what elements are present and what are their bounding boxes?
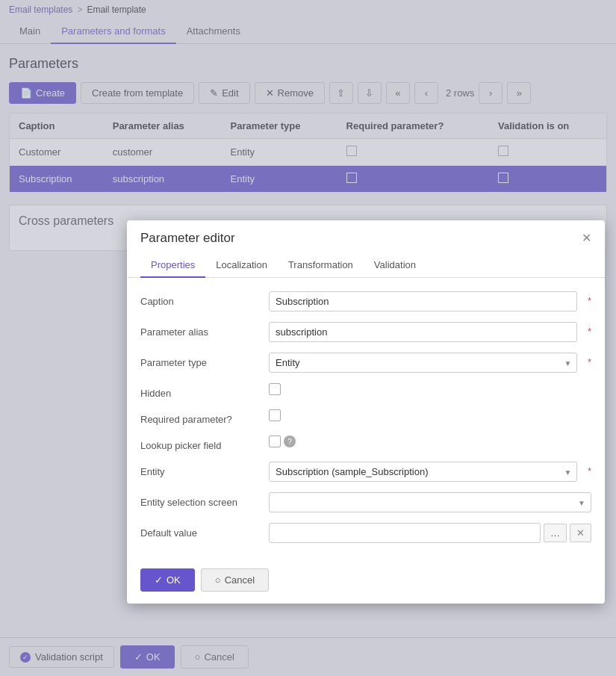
parameter-editor-modal: Parameter editor ✕ Properties Localizati…: [127, 220, 605, 604]
modal-close-button[interactable]: ✕: [582, 232, 591, 244]
modal-tab-validation[interactable]: Validation: [364, 253, 426, 278]
lookup-help-icon[interactable]: ?: [284, 435, 296, 447]
entity-select-wrap: Subscription (sample_Subscription) ▼: [269, 462, 577, 482]
entity-screen-select-wrap: ▼: [269, 492, 591, 512]
default-control: … ✕: [269, 523, 591, 543]
lookup-control: ?: [269, 435, 591, 447]
hidden-checkbox[interactable]: [269, 383, 281, 395]
type-required-star: *: [588, 353, 591, 368]
modal-header: Parameter editor ✕: [127, 220, 605, 246]
cancel-icon: ○: [215, 574, 221, 586]
entity-label: Entity: [140, 462, 260, 477]
alias-input[interactable]: [269, 322, 577, 342]
caption-input[interactable]: [269, 291, 577, 311]
form-row-type: Parameter type Entity String Integer Boo…: [140, 353, 591, 373]
type-select[interactable]: Entity String Integer Boolean Date: [269, 353, 577, 373]
modal-footer: ✓ OK ○ Cancel: [127, 561, 605, 604]
lookup-label: Lookup picker field: [140, 435, 260, 451]
default-clear-button[interactable]: ✕: [570, 524, 591, 542]
lookup-checkbox[interactable]: [269, 435, 281, 447]
default-dots-button[interactable]: …: [544, 524, 567, 542]
entity-screen-label: Entity selection screen: [140, 492, 260, 508]
default-label: Default value: [140, 523, 260, 539]
required-param-checkbox[interactable]: [269, 409, 281, 421]
form-row-lookup: Lookup picker field ?: [140, 435, 591, 451]
entity-control: Subscription (sample_Subscription) ▼: [269, 462, 577, 482]
form-row-required: Required parameter?: [140, 409, 591, 425]
type-select-wrap: Entity String Integer Boolean Date ▼: [269, 353, 577, 373]
modal-tab-transformation[interactable]: Transformation: [278, 253, 364, 278]
hidden-label: Hidden: [140, 383, 260, 399]
form-row-alias: Parameter alias *: [140, 322, 591, 342]
entity-select[interactable]: Subscription (sample_Subscription): [269, 462, 577, 482]
form-row-entity-screen: Entity selection screen ▼: [140, 492, 591, 512]
modal-cancel-button[interactable]: ○ Cancel: [201, 568, 269, 592]
modal-tab-localization[interactable]: Localization: [205, 253, 278, 278]
caption-required-star: *: [588, 291, 591, 306]
alias-control: [269, 322, 577, 342]
hidden-control: [269, 383, 591, 395]
modal-tab-properties[interactable]: Properties: [140, 253, 205, 278]
entity-screen-control: ▼: [269, 492, 591, 512]
default-input[interactable]: [269, 523, 541, 543]
caption-control: [269, 291, 577, 311]
modal-body: Caption * Parameter alias * Parameter ty…: [127, 278, 605, 561]
caption-label: Caption: [140, 291, 260, 307]
entity-required-star: *: [588, 462, 591, 477]
modal-title: Parameter editor: [140, 231, 235, 246]
alias-required-star: *: [588, 322, 591, 337]
form-row-hidden: Hidden: [140, 383, 591, 399]
form-row-default: Default value … ✕: [140, 523, 591, 543]
modal-tabs: Properties Localization Transformation V…: [127, 253, 605, 278]
required-control: [269, 409, 591, 421]
ok-icon: ✓: [155, 574, 163, 586]
page-container: Email templates > Email template Main Pa…: [0, 0, 616, 676]
modal-ok-button[interactable]: ✓ OK: [140, 568, 195, 592]
type-control: Entity String Integer Boolean Date ▼: [269, 353, 577, 373]
entity-screen-select[interactable]: [269, 492, 591, 512]
type-label: Parameter type: [140, 353, 260, 368]
form-row-caption: Caption *: [140, 291, 591, 311]
form-row-entity: Entity Subscription (sample_Subscription…: [140, 462, 591, 482]
required-label: Required parameter?: [140, 409, 260, 425]
alias-label: Parameter alias: [140, 322, 260, 338]
